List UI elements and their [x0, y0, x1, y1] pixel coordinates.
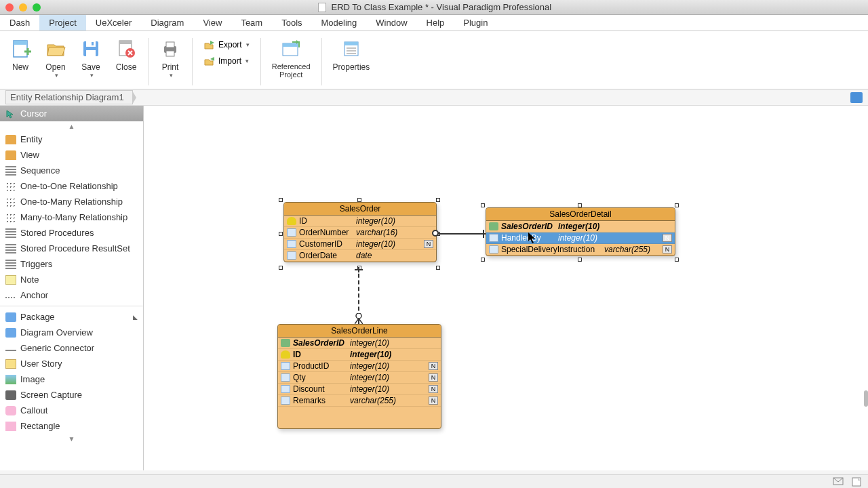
key-icon — [281, 350, 290, 359]
svg-rect-15 — [283, 43, 298, 47]
properties-button[interactable]: Properties — [328, 35, 376, 75]
palette-callout[interactable]: Callout — [0, 403, 143, 418]
selection-handle[interactable] — [675, 258, 679, 262]
selection-handle[interactable] — [279, 198, 283, 202]
menu-diagram[interactable]: Diagram — [141, 15, 193, 30]
table-row[interactable]: SalesOrderIDinteger(10) — [278, 338, 441, 349]
palette-scroll-up[interactable]: ▲ — [0, 121, 143, 131]
menu-uexceler[interactable]: UeXceler — [86, 15, 141, 30]
palette-triggers[interactable]: Triggers — [0, 256, 143, 272]
referenced-project-label: Referenced Project — [272, 62, 311, 79]
cursor-icon — [5, 109, 16, 119]
selection-handle[interactable] — [436, 198, 440, 202]
import-button[interactable]: Import▾ — [201, 54, 252, 68]
palette-user-story[interactable]: User Story — [0, 356, 143, 371]
open-button[interactable]: Open▾ — [39, 35, 72, 81]
message-icon[interactable] — [833, 477, 844, 487]
palette-package[interactable]: Package◣ — [0, 309, 143, 325]
menu-project[interactable]: Project — [39, 15, 85, 30]
entity-salesorderline[interactable]: SalesOrderLine SalesOrderIDinteger(10) I… — [277, 324, 441, 429]
column-icon — [281, 385, 290, 393]
separator — [321, 38, 322, 85]
chevron-down-icon: ▾ — [55, 72, 58, 79]
package-icon — [5, 312, 16, 322]
menu-modeling[interactable]: Modeling — [312, 15, 367, 30]
selection-handle[interactable] — [279, 232, 283, 236]
palette-cursor[interactable]: Cursor — [0, 106, 143, 121]
new-button[interactable]: New — [4, 35, 37, 75]
column-icon — [281, 373, 290, 382]
callout-icon — [5, 406, 16, 415]
anchor-icon — [5, 297, 16, 298]
diagram-navigator-icon[interactable] — [850, 92, 863, 103]
palette-rectangle[interactable]: Rectangle — [0, 418, 143, 434]
menu-tools[interactable]: Tools — [272, 15, 311, 30]
table-row[interactable]: Qtyinteger(10)N — [278, 372, 441, 384]
separator — [260, 38, 261, 85]
palette-view[interactable]: View — [0, 147, 143, 163]
table-row[interactable]: OrderNumbervarchar(16) — [284, 227, 436, 239]
palette-image[interactable]: Image — [0, 371, 143, 387]
table-row[interactable]: IDinteger(10) — [284, 216, 436, 227]
breadcrumb-item-diagram[interactable]: Entity Relationship Diagram1 — [5, 90, 133, 104]
save-button[interactable]: Save▾ — [75, 35, 107, 81]
menu-team[interactable]: Team — [231, 15, 272, 30]
selection-handle[interactable] — [578, 258, 582, 262]
selection-handle[interactable] — [578, 203, 582, 207]
palette-stored-procedure-resultset[interactable]: Stored Procedure ResultSet — [0, 241, 143, 256]
svg-line-27 — [359, 319, 363, 324]
separator — [148, 38, 149, 85]
selection-handle[interactable] — [436, 266, 440, 270]
menu-window[interactable]: Window — [366, 15, 416, 30]
main-area: Cursor ▲ Entity View Sequence One-to-One… — [0, 106, 868, 470]
column-icon — [287, 251, 296, 260]
referenced-project-icon — [280, 38, 302, 60]
column-icon — [489, 234, 498, 242]
window-title: ERD To Class Example * - Visual Paradigm… — [7, 2, 863, 13]
palette-one-to-many[interactable]: One-to-Many Relationship — [0, 194, 143, 209]
column-icon — [287, 240, 296, 248]
palette-generic-connector[interactable]: Generic Connector — [0, 340, 143, 356]
table-row[interactable]: CustomerIDinteger(10)N — [284, 239, 436, 250]
entity-salesorderdetail[interactable]: SalesOrderDetail SalesOrderIDinteger(10)… — [486, 207, 675, 256]
menu-help[interactable]: Help — [417, 15, 454, 30]
export-button[interactable]: Export▾ — [201, 38, 252, 52]
selection-handle[interactable] — [279, 266, 283, 270]
selection-handle[interactable] — [481, 203, 485, 207]
menu-plugin[interactable]: Plugin — [454, 15, 497, 30]
table-row[interactable]: Discountinteger(10)N — [278, 384, 441, 395]
diagram-canvas[interactable]: SalesOrder IDinteger(10) OrderNumbervarc… — [144, 106, 868, 470]
selection-handle[interactable] — [675, 203, 679, 207]
palette-stored-procedures[interactable]: Stored Procedures — [0, 225, 143, 241]
entity-header: SalesOrderDetail — [486, 208, 675, 221]
palette-scroll-down[interactable]: ▼ — [0, 434, 143, 444]
menu-view[interactable]: View — [193, 15, 231, 30]
table-row[interactable]: IDinteger(10) — [278, 349, 441, 361]
menu-dash[interactable]: Dash — [0, 15, 39, 30]
palette-note[interactable]: Note — [0, 272, 143, 287]
selection-handle[interactable] — [481, 258, 485, 262]
table-row[interactable]: ProductIDinteger(10)N — [278, 361, 441, 372]
palette-many-to-many[interactable]: Many-to-Many Relationship — [0, 209, 143, 225]
table-row[interactable]: HandledByinteger(10)N — [486, 232, 675, 244]
print-button[interactable]: Print▾ — [154, 35, 186, 81]
table-row[interactable]: SpecialDeliveryInstructionvarchar(255)N — [486, 244, 675, 256]
scrollbar-thumb[interactable] — [864, 390, 868, 407]
table-row[interactable]: Remarksvarchar(255)N — [278, 395, 441, 407]
note-status-icon[interactable] — [852, 477, 863, 487]
statusbar — [0, 474, 868, 488]
nullable-badge: N — [429, 396, 438, 405]
palette-anchor[interactable]: Anchor — [0, 287, 143, 303]
entity-salesorder[interactable]: SalesOrder IDinteger(10) OrderNumbervarc… — [283, 202, 437, 262]
palette-sequence[interactable]: Sequence — [0, 163, 143, 178]
referenced-project-button[interactable]: Referenced Project — [267, 35, 316, 81]
palette-diagram-overview[interactable]: Diagram Overview — [0, 325, 143, 340]
palette-entity[interactable]: Entity — [0, 131, 143, 147]
palette-screen-capture[interactable]: Screen Capture — [0, 387, 143, 403]
table-row[interactable]: OrderDatedate — [284, 250, 436, 262]
selection-handle[interactable] — [357, 198, 361, 202]
close-button[interactable]: Close — [110, 35, 142, 75]
table-row[interactable]: SalesOrderIDinteger(10) — [486, 221, 675, 232]
one-to-one-icon — [5, 182, 16, 191]
palette-one-to-one[interactable]: One-to-One Relationship — [0, 178, 143, 194]
